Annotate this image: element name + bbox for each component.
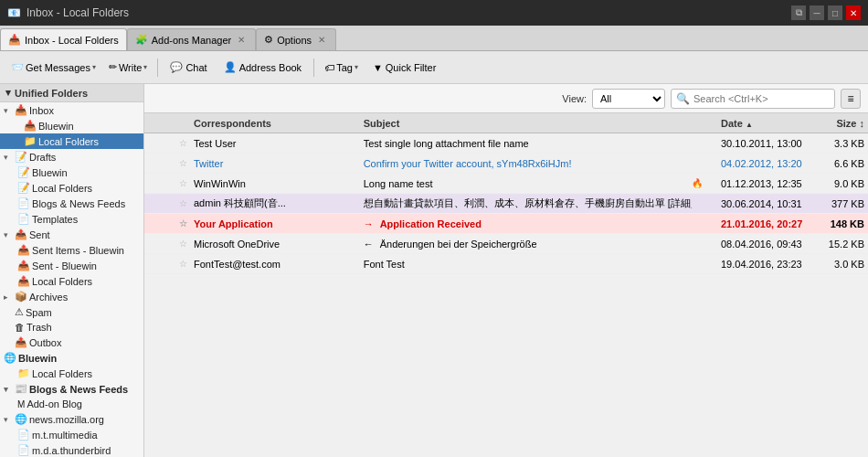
sent-local-icon: 📤	[17, 275, 30, 287]
sidebar-item-sent-bluewin-items[interactable]: 📤 Sent Items - Bluewin	[0, 242, 143, 258]
chat-button[interactable]: 💬 Chat	[163, 58, 214, 77]
chat-label: Chat	[185, 62, 206, 73]
filter-icon: ▼	[373, 62, 383, 73]
tag-button[interactable]: 🏷 Tag ▾	[319, 58, 364, 77]
table-row[interactable]: ☆ Twitter Confirm your Twitter account, …	[144, 154, 868, 174]
toolbar-separator-1	[157, 58, 158, 77]
row4-star[interactable]: ☆	[175, 198, 190, 208]
quick-filter-button[interactable]: ▼ Quick Filter	[365, 58, 444, 77]
sidebar-item-mda-thunderbird[interactable]: 📄 m.d.a.thunderbird	[0, 442, 143, 457]
toolbar: 📨 Get Messages ▾ ✏ Write ▾ 💬 Chat 👤 Addr…	[0, 51, 868, 84]
table-row[interactable]: ☆ Your Application →Application Received…	[144, 214, 868, 234]
row1-date: 30.10.2011, 13:00	[717, 138, 818, 149]
tab-addons-close[interactable]: ✕	[235, 34, 248, 46]
tag-arrow: ▾	[355, 63, 358, 71]
sidebar-item-news-mozilla[interactable]: ▾ 🌐 news.mozilla.org	[0, 411, 143, 427]
row5-star[interactable]: ☆	[175, 218, 190, 228]
spacer4	[13, 214, 16, 225]
view-label: View:	[562, 93, 587, 104]
bluewin-local-icon: 📁	[17, 367, 30, 379]
bluewin-local-label: Local Folders	[32, 368, 140, 379]
tab-inbox-label: Inbox - Local Folders	[25, 35, 119, 46]
row1-star[interactable]: ☆	[175, 138, 190, 148]
spacer6	[13, 260, 16, 271]
row6-subject-arrow: ←	[364, 239, 374, 250]
sidebar-item-trash[interactable]: 🗑 Trash	[0, 320, 143, 335]
sidebar-item-addon-blog[interactable]: M Add-on Blog	[0, 397, 143, 411]
col-header-date[interactable]: Date ▲	[717, 118, 818, 129]
table-row[interactable]: ☆ WinWinWin Long name test 🔥 01.12.2013,…	[144, 174, 868, 194]
sidebar-item-archives[interactable]: ▸ 📦 Archives	[0, 289, 143, 304]
row5-size: 148 KB	[818, 218, 868, 229]
row5-subject-arrow: →	[364, 218, 374, 229]
table-row[interactable]: ☆ Test User Test single long attachment …	[144, 133, 868, 154]
minimize-button[interactable]: ─	[810, 5, 824, 20]
drafts-local-label: Local Folders	[32, 183, 140, 194]
col-header-subject[interactable]: Subject	[360, 118, 692, 129]
row7-subject: Font Test	[360, 259, 692, 270]
table-row[interactable]: ☆ Microsoft OneDrive ←Änderungen bei der…	[144, 234, 868, 254]
row7-size: 3.0 KB	[818, 259, 868, 270]
row5-correspondent: Your Application	[190, 218, 360, 229]
sidebar-item-spam[interactable]: ⚠ Spam	[0, 304, 143, 320]
subject-label: Subject	[364, 118, 400, 129]
row3-subject: Long name test	[360, 178, 692, 189]
menu-button[interactable]: ≡	[841, 89, 861, 109]
sidebar-collapse-arrow[interactable]: ▾	[5, 87, 11, 99]
sidebar-item-drafts-bluewin[interactable]: 📝 Bluewin	[0, 165, 143, 180]
templates-label: Templates	[32, 214, 140, 225]
row3-correspondent: WinWinWin	[190, 178, 360, 189]
tab-options-close[interactable]: ✕	[315, 34, 328, 46]
sidebar-item-mt-multimedia[interactable]: 📄 m.t.multimedia	[0, 427, 143, 442]
write-button[interactable]: ✏ Write ▾	[103, 58, 153, 77]
restore-button[interactable]: ⧉	[791, 5, 806, 20]
tag-label: Tag	[336, 62, 353, 73]
sidebar-item-sent-local[interactable]: 📤 Local Folders	[0, 273, 143, 289]
table-row[interactable]: ☆ FontTest@test.com Font Test 19.04.2016…	[144, 254, 868, 274]
sidebar-item-sent[interactable]: ▾ 📤 Sent	[0, 227, 143, 242]
write-arrow: ▾	[143, 63, 147, 71]
spacer11	[13, 445, 16, 456]
spacer8	[13, 368, 16, 379]
row6-star[interactable]: ☆	[175, 239, 190, 249]
tab-inbox[interactable]: 📥 Inbox - Local Folders	[0, 28, 127, 50]
sidebar-item-local-folders-inbox[interactable]: 📁 Local Folders	[0, 133, 143, 149]
col-header-correspondent[interactable]: Correspondents	[190, 118, 360, 129]
spacer10	[13, 430, 16, 441]
drafts-label: Drafts	[29, 152, 140, 163]
sidebar-item-bluewin-inbox[interactable]: 📥 Bluewin	[0, 118, 143, 133]
row3-star[interactable]: ☆	[175, 178, 190, 188]
search-icon: 🔍	[676, 92, 690, 105]
table-row[interactable]: ☆ admin 科技顧問(音... 想自動計畫貸款項目、利潤、成本、原材料倉存、…	[144, 194, 868, 214]
view-select[interactable]: All Unread Starred	[592, 89, 665, 109]
sidebar-item-bluewin-account[interactable]: 🌐 Bluewin	[0, 350, 143, 366]
sidebar-item-sent-bluewin[interactable]: 📤 Sent - Bluewin	[0, 258, 143, 273]
sidebar-item-outbox[interactable]: 📤 Outbox	[0, 335, 143, 350]
row2-star[interactable]: ☆	[175, 158, 190, 168]
sidebar-item-inbox[interactable]: ▾ 📥 Inbox	[0, 102, 143, 118]
row7-star[interactable]: ☆	[175, 259, 190, 269]
search-input[interactable]	[693, 93, 830, 104]
tab-options-icon: ⚙	[264, 34, 273, 46]
row2-size: 6.6 KB	[818, 158, 868, 169]
tab-inbox-icon: 📥	[8, 34, 21, 46]
close-button[interactable]: ✕	[846, 5, 861, 20]
sidebar-item-drafts-local[interactable]: 📝 Local Folders	[0, 180, 143, 196]
addon-blog-label: Add-on Blog	[26, 399, 140, 409]
tab-addons[interactable]: 🧩 Add-ons Manager ✕	[127, 28, 256, 50]
sidebar-item-bluewin-local[interactable]: 📁 Local Folders	[0, 366, 143, 381]
get-messages-button[interactable]: 📨 Get Messages ▾	[5, 58, 101, 77]
sidebar-item-blogs-account[interactable]: ▾ 📰 Blogs & News Feeds	[0, 381, 143, 397]
trash-icon: 🗑	[15, 322, 25, 333]
address-book-button[interactable]: 👤 Address Book	[217, 58, 309, 77]
row6-date: 08.04.2016, 09:43	[717, 239, 818, 250]
maximize-button[interactable]: □	[828, 5, 842, 20]
sidebar-item-templates[interactable]: 📄 Templates	[0, 211, 143, 227]
tab-options[interactable]: ⚙ Options ✕	[256, 28, 336, 50]
address-book-icon: 👤	[224, 61, 237, 73]
col-header-size[interactable]: Size ↕	[818, 118, 868, 129]
sidebar-item-blogs-news[interactable]: 📄 Blogs & News Feeds	[0, 196, 143, 211]
sidebar-item-drafts[interactable]: ▾ 📝 Drafts	[0, 149, 143, 165]
inbox-arrow: ▾	[4, 106, 13, 115]
row3-date: 01.12.2013, 12:35	[717, 178, 818, 189]
